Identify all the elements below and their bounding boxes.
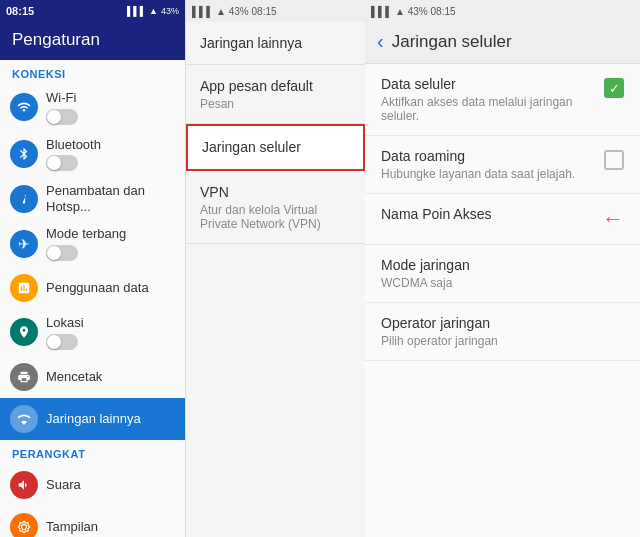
settings-list: KONEKSI Wi-Fi Bluetooth	[0, 60, 185, 537]
right-item-data-seluler[interactable]: Data seluler Aktifkan akses data melalui…	[365, 64, 640, 136]
right-item-operator-jaringan[interactable]: Operator jaringan Pilih operator jaringa…	[365, 303, 640, 361]
data-roaming-checkbox[interactable]	[604, 150, 624, 170]
left-panel: 08:15 ▌▌▌ ▲ 43% Pengaturan KONEKSI Wi-Fi	[0, 0, 185, 537]
data-seluler-checkbox[interactable]: ✓	[604, 78, 624, 98]
wifi-label: Wi-Fi	[46, 90, 175, 106]
right-list: Data seluler Aktifkan akses data melalui…	[365, 64, 640, 537]
status-icons-left: ▌▌▌ ▲ 43%	[127, 6, 179, 16]
lokasi-toggle[interactable]	[46, 334, 78, 350]
signal-icon: ▌▌▌	[127, 6, 146, 16]
section-koneksi-label: KONEKSI	[0, 60, 185, 84]
lokasi-toggle-wrap	[46, 331, 175, 350]
right-item-data-roaming[interactable]: Data roaming Hubungke layanan data saat …	[365, 136, 640, 194]
tampilan-text-wrap: Tampilan	[46, 519, 175, 535]
status-bar-right: ▌▌▌ ▲ 43% 08:15	[365, 0, 640, 22]
nama-poin-akses-content: Nama Poin Akses	[381, 206, 596, 225]
nama-poin-akses-title: Nama Poin Akses	[381, 206, 596, 222]
mencetak-label: Mencetak	[46, 369, 175, 385]
wifi-icon	[10, 93, 38, 121]
right-item-mode-jaringan[interactable]: Mode jaringan WCDMA saja	[365, 245, 640, 303]
mode-jaringan-content: Mode jaringan WCDMA saja	[381, 257, 624, 290]
mode-jaringan-title: Mode jaringan	[381, 257, 624, 273]
data-roaming-title: Data roaming	[381, 148, 604, 164]
mode-terbang-text-wrap: Mode terbang	[46, 226, 175, 261]
penggunaan-data-text-wrap: Penggunaan data	[46, 280, 175, 296]
wifi-status-icon: ▲	[149, 6, 158, 16]
mid-item-app-pesan[interactable]: App pesan default Pesan	[186, 65, 365, 124]
back-arrow-icon[interactable]: ‹	[377, 30, 384, 53]
wifi-text-wrap: Wi-Fi	[46, 90, 175, 125]
jaringan-lainnya-text-wrap: Jaringan lainnya	[46, 411, 175, 427]
settings-item-bluetooth[interactable]: Bluetooth	[0, 131, 185, 178]
jaringan-lainnya-icon	[10, 405, 38, 433]
settings-item-wifi[interactable]: Wi-Fi	[0, 84, 185, 131]
mid-item-app-pesan-title: App pesan default	[200, 77, 351, 95]
penambatan-icon	[10, 185, 38, 213]
wifi-toggle-wrap	[46, 106, 175, 125]
app-title: Pengaturan	[12, 30, 173, 50]
data-roaming-sub: Hubungke layanan data saat jelajah.	[381, 167, 604, 181]
settings-item-mode-terbang[interactable]: ✈ Mode terbang	[0, 220, 185, 267]
right-header-title: Jaringan seluler	[392, 32, 512, 52]
lokasi-label: Lokasi	[46, 315, 175, 331]
status-right-icons: ▌▌▌ ▲ 43% 08:15	[371, 6, 456, 17]
status-bar-left: 08:15 ▌▌▌ ▲ 43%	[0, 0, 185, 22]
middle-panel: ▌▌▌ ▲ 43% 08:15 Jaringan lainnya App pes…	[185, 0, 365, 537]
settings-item-tampilan[interactable]: Tampilan	[0, 506, 185, 537]
settings-item-penggunaan-data[interactable]: Penggunaan data	[0, 267, 185, 309]
settings-item-penambatan[interactable]: Penambatan dan Hotsp...	[0, 177, 185, 220]
mode-terbang-toggle-wrap	[46, 242, 175, 261]
operator-jaringan-title: Operator jaringan	[381, 315, 624, 331]
bluetooth-toggle-wrap	[46, 152, 175, 171]
operator-jaringan-sub: Pilih operator jaringan	[381, 334, 624, 348]
suara-text-wrap: Suara	[46, 477, 175, 493]
mid-item-jaringan-lainnya[interactable]: Jaringan lainnya	[186, 22, 365, 65]
battery-icon: 43%	[161, 6, 179, 16]
data-seluler-content: Data seluler Aktifkan akses data melalui…	[381, 76, 604, 123]
right-item-nama-poin-akses[interactable]: Nama Poin Akses ←	[365, 194, 640, 245]
penambatan-text-wrap: Penambatan dan Hotsp...	[46, 183, 175, 214]
mencetak-icon	[10, 363, 38, 391]
settings-item-lokasi[interactable]: Lokasi	[0, 309, 185, 356]
data-roaming-content: Data roaming Hubungke layanan data saat …	[381, 148, 604, 181]
suara-label: Suara	[46, 477, 175, 493]
right-header: ‹ Jaringan seluler	[365, 22, 640, 64]
mid-item-vpn-title: VPN	[200, 183, 351, 201]
wifi-toggle[interactable]	[46, 109, 78, 125]
mid-item-jaringan-seluler[interactable]: Jaringan seluler	[186, 124, 365, 170]
mode-terbang-icon: ✈	[10, 230, 38, 258]
mencetak-text-wrap: Mencetak	[46, 369, 175, 385]
penggunaan-data-label: Penggunaan data	[46, 280, 175, 296]
settings-item-suara[interactable]: Suara	[0, 464, 185, 506]
settings-item-mencetak[interactable]: Mencetak	[0, 356, 185, 398]
status-mid-icons: ▌▌▌ ▲ 43% 08:15	[192, 6, 277, 17]
nama-poin-akses-arrow: ←	[602, 206, 624, 232]
bluetooth-toggle[interactable]	[46, 155, 78, 171]
section-perangkat-label: PERANGKAT	[0, 440, 185, 464]
tampilan-icon	[10, 513, 38, 537]
lokasi-text-wrap: Lokasi	[46, 315, 175, 350]
jaringan-lainnya-label: Jaringan lainnya	[46, 411, 175, 427]
app-header: Pengaturan	[0, 22, 185, 60]
penggunaan-data-icon	[10, 274, 38, 302]
tampilan-label: Tampilan	[46, 519, 175, 535]
right-panel: ▌▌▌ ▲ 43% 08:15 ‹ Jaringan seluler Data …	[365, 0, 640, 537]
bluetooth-label: Bluetooth	[46, 137, 175, 153]
mode-terbang-label: Mode terbang	[46, 226, 175, 242]
mid-item-vpn[interactable]: VPN Atur dan kelola Virtual Private Netw…	[186, 171, 365, 244]
mid-list: Jaringan lainnya App pesan default Pesan…	[186, 22, 365, 537]
data-seluler-title: Data seluler	[381, 76, 604, 92]
mid-item-jaringan-seluler-title: Jaringan seluler	[202, 138, 349, 156]
suara-icon	[10, 471, 38, 499]
operator-jaringan-content: Operator jaringan Pilih operator jaringa…	[381, 315, 624, 348]
settings-item-jaringan-lainnya[interactable]: Jaringan lainnya ←	[0, 398, 185, 440]
bluetooth-icon	[10, 140, 38, 168]
data-seluler-sub: Aktifkan akses data melalui jaringan sel…	[381, 95, 604, 123]
penambatan-label: Penambatan dan Hotsp...	[46, 183, 175, 214]
mid-item-app-pesan-sub: Pesan	[200, 97, 351, 111]
lokasi-icon	[10, 318, 38, 346]
time-left: 08:15	[6, 5, 34, 17]
status-bar-mid: ▌▌▌ ▲ 43% 08:15	[186, 0, 365, 22]
mode-terbang-toggle[interactable]	[46, 245, 78, 261]
mode-jaringan-sub: WCDMA saja	[381, 276, 624, 290]
